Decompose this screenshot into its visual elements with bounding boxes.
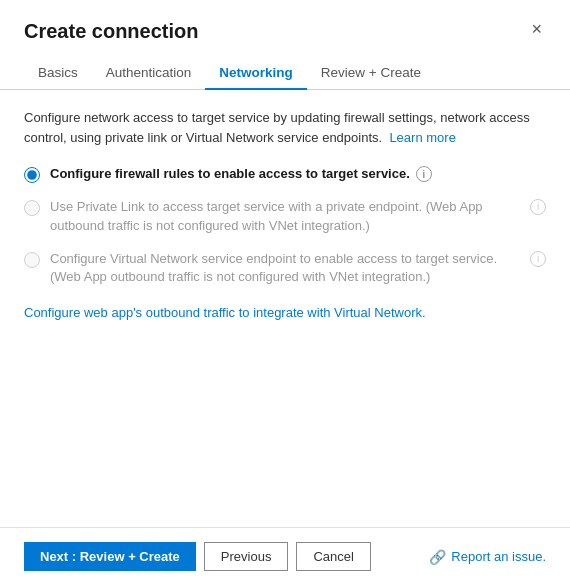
radio-item-firewall[interactable]: Configure firewall rules to enable acces… <box>24 165 546 184</box>
tab-networking[interactable]: Networking <box>205 57 307 90</box>
tab-review-create[interactable]: Review + Create <box>307 57 435 90</box>
dialog-header: Create connection × <box>0 0 570 43</box>
footer-left-buttons: Next : Review + Create Previous Cancel <box>24 542 371 571</box>
radio-label-private-link[interactable]: Use Private Link to access target servic… <box>50 198 524 236</box>
report-issue-label: Report an issue. <box>451 549 546 564</box>
network-option-group: Configure firewall rules to enable acces… <box>24 165 546 287</box>
dialog-title: Create connection <box>24 20 198 43</box>
create-connection-dialog: Create connection × Basics Authenticatio… <box>0 0 570 585</box>
radio-label-wrap-vnet-endpoint: Configure Virtual Network service endpoi… <box>50 250 546 288</box>
radio-private-link[interactable] <box>24 200 40 216</box>
tab-bar: Basics Authentication Networking Review … <box>0 57 570 90</box>
radio-label-firewall[interactable]: Configure firewall rules to enable acces… <box>50 165 410 184</box>
radio-label-wrap-firewall: Configure firewall rules to enable acces… <box>50 165 546 184</box>
tab-authentication[interactable]: Authentication <box>92 57 206 90</box>
previous-button[interactable]: Previous <box>204 542 289 571</box>
close-button[interactable]: × <box>527 20 546 38</box>
vnet-integration-link[interactable]: Configure web app's outbound traffic to … <box>24 305 426 320</box>
report-issue-link[interactable]: 🔗 Report an issue. <box>429 549 546 565</box>
info-icon-vnet-endpoint[interactable]: i <box>530 251 546 267</box>
radio-label-wrap-private-link: Use Private Link to access target servic… <box>50 198 546 236</box>
dialog-footer: Next : Review + Create Previous Cancel 🔗… <box>0 527 570 585</box>
info-icon-firewall[interactable]: i <box>416 166 432 182</box>
tab-content: Configure network access to target servi… <box>0 90 570 527</box>
learn-more-link[interactable]: Learn more <box>389 130 455 145</box>
description-text: Configure network access to target servi… <box>24 108 546 147</box>
tab-basics[interactable]: Basics <box>24 57 92 90</box>
radio-vnet-endpoint[interactable] <box>24 252 40 268</box>
next-button[interactable]: Next : Review + Create <box>24 542 196 571</box>
cancel-button[interactable]: Cancel <box>296 542 370 571</box>
radio-label-vnet-endpoint[interactable]: Configure Virtual Network service endpoi… <box>50 250 524 288</box>
radio-item-vnet-endpoint[interactable]: Configure Virtual Network service endpoi… <box>24 250 546 288</box>
radio-item-private-link[interactable]: Use Private Link to access target servic… <box>24 198 546 236</box>
report-icon: 🔗 <box>429 549 446 565</box>
info-icon-private-link[interactable]: i <box>530 199 546 215</box>
radio-firewall[interactable] <box>24 167 40 183</box>
